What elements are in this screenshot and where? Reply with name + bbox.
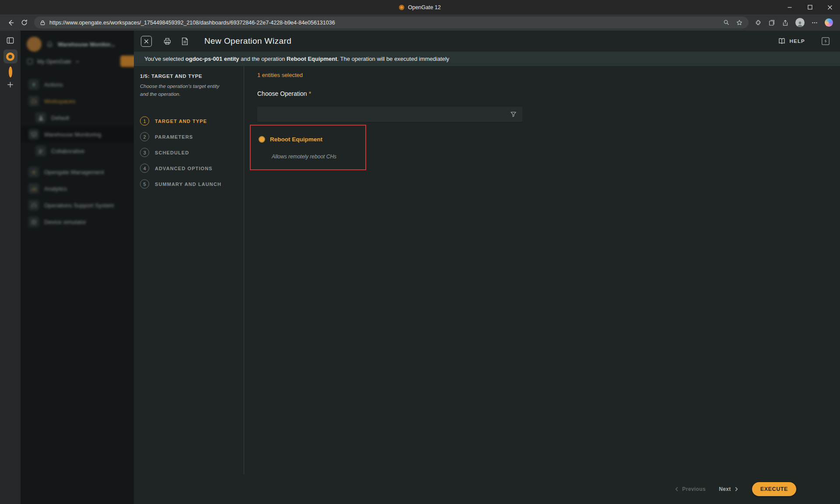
operation-option-label[interactable]: Reboot Equipment bbox=[270, 136, 322, 143]
app-sidebar: Warehouse Monitor... My OpenGate Actions… bbox=[21, 31, 134, 504]
address-url-text[interactable]: https://www.opengate.es/workspaces/_1754… bbox=[49, 20, 719, 26]
step-target-and-type[interactable]: 1 TARGET AND TYPE bbox=[140, 113, 238, 129]
search-in-page-icon[interactable] bbox=[723, 19, 730, 26]
opengate-logo-small-icon bbox=[9, 66, 12, 77]
print-button[interactable] bbox=[163, 37, 172, 46]
book-icon bbox=[778, 38, 786, 45]
window-title-text: OpenGate 12 bbox=[408, 4, 441, 10]
step-number: 3 bbox=[140, 148, 149, 157]
refresh-button[interactable] bbox=[18, 16, 31, 29]
window-tab-title: OpenGate 12 bbox=[399, 4, 441, 10]
opengate-app-active-icon[interactable] bbox=[4, 49, 18, 63]
choose-operation-label: Choose Operation* bbox=[257, 90, 840, 97]
filter-icon[interactable] bbox=[510, 111, 517, 118]
radio-selected-icon[interactable] bbox=[259, 136, 265, 143]
step-number: 5 bbox=[140, 179, 149, 189]
maximize-button[interactable] bbox=[800, 0, 820, 14]
wizard-body: 1/5: TARGET AND TYPE Choose the operatio… bbox=[134, 66, 840, 474]
copilot-icon[interactable] bbox=[825, 18, 833, 27]
step-parameters[interactable]: 2 PARAMETERS bbox=[140, 129, 238, 145]
close-wizard-button[interactable] bbox=[141, 36, 152, 47]
wizard-steps-panel: 1/5: TARGET AND TYPE Choose the operatio… bbox=[134, 66, 244, 474]
browser-toolbar: https://www.opengate.es/workspaces/_1754… bbox=[0, 14, 840, 31]
step-number: 4 bbox=[140, 164, 149, 173]
opengate-favicon-icon bbox=[399, 5, 404, 10]
selection-highlight: Reboot Equipment Allows remotely reboot … bbox=[250, 125, 366, 170]
collections-icon[interactable] bbox=[768, 19, 775, 26]
opengate-app-secondary-icon[interactable] bbox=[9, 68, 12, 76]
share-icon[interactable] bbox=[782, 19, 789, 26]
help-button[interactable]: HELP bbox=[778, 38, 805, 45]
required-marker: * bbox=[309, 90, 311, 97]
banner-entity: ogdoc-ps-001 entity bbox=[186, 56, 239, 62]
browser-side-rail bbox=[0, 31, 21, 504]
banner-text: . The operation will be executed immedia… bbox=[337, 56, 449, 62]
operation-option-description: Allows remotely reboot CHs bbox=[272, 154, 365, 160]
report-document-button[interactable] bbox=[181, 37, 189, 46]
wizard-header: New Operation Wizard HELP bbox=[134, 31, 840, 52]
step-label: SCHEDULED bbox=[155, 150, 189, 155]
close-window-button[interactable] bbox=[820, 0, 840, 14]
wizard-footer: Previous Next EXECUTE bbox=[134, 474, 840, 504]
favorite-star-icon[interactable] bbox=[736, 19, 743, 26]
new-operation-wizard: New Operation Wizard HELP You've selecte… bbox=[134, 31, 840, 504]
site-info-lock-icon[interactable] bbox=[40, 20, 46, 26]
opengate-logo-icon bbox=[6, 52, 14, 61]
step-label: ADVANCED OPTIONS bbox=[155, 166, 213, 171]
execute-button[interactable]: EXECUTE bbox=[752, 482, 796, 496]
wizard-title: New Operation Wizard bbox=[204, 36, 291, 46]
step-label: SUMMARY AND LAUNCH bbox=[155, 182, 221, 187]
selection-banner: You've selected ogdoc-ps-001 entity and … bbox=[134, 52, 840, 66]
banner-text: You've selected bbox=[144, 56, 186, 62]
sidebar-panel-icon[interactable] bbox=[6, 36, 14, 45]
banner-operation: Reboot Equipment bbox=[287, 56, 337, 62]
step-header: 1/5: TARGET AND TYPE bbox=[140, 74, 238, 79]
step-scheduled[interactable]: 3 SCHEDULED bbox=[140, 145, 238, 161]
step-advanced-options[interactable]: 4 ADVANCED OPTIONS bbox=[140, 161, 238, 176]
page: Warehouse Monitor... My OpenGate Actions… bbox=[0, 31, 840, 504]
window-titlebar: OpenGate 12 bbox=[0, 0, 840, 14]
next-button[interactable]: Next bbox=[719, 486, 739, 492]
entities-selected-text: 1 entities selected bbox=[257, 72, 840, 78]
step-label: TARGET AND TYPE bbox=[155, 119, 207, 124]
extensions-icon[interactable] bbox=[755, 19, 762, 26]
modal-dim-overlay bbox=[21, 31, 134, 504]
quick-actions-panel-icon[interactable] bbox=[821, 36, 830, 46]
step-summary-and-launch[interactable]: 5 SUMMARY AND LAUNCH bbox=[140, 176, 238, 192]
step-label: PARAMETERS bbox=[155, 134, 193, 140]
profile-avatar[interactable] bbox=[795, 18, 805, 27]
operation-filter-input[interactable] bbox=[257, 107, 522, 122]
step-number: 1 bbox=[140, 116, 149, 126]
chevron-left-icon bbox=[674, 486, 679, 492]
add-rail-item-button[interactable] bbox=[7, 81, 14, 88]
chevron-right-icon bbox=[734, 486, 739, 492]
back-button[interactable] bbox=[4, 16, 18, 29]
operation-option-reboot-equipment[interactable]: Reboot Equipment bbox=[259, 136, 365, 143]
previous-button[interactable]: Previous bbox=[674, 486, 706, 492]
more-options-icon[interactable] bbox=[811, 19, 818, 26]
help-label: HELP bbox=[790, 38, 805, 44]
minimize-button[interactable] bbox=[780, 0, 800, 14]
step-number: 2 bbox=[140, 132, 149, 141]
banner-text: and the operation bbox=[239, 56, 287, 62]
wizard-content: 1 entities selected Choose Operation* Re… bbox=[244, 66, 840, 474]
address-bar[interactable]: https://www.opengate.es/workspaces/_1754… bbox=[34, 17, 749, 28]
step-description: Choose the operation's target entity and… bbox=[140, 83, 228, 98]
